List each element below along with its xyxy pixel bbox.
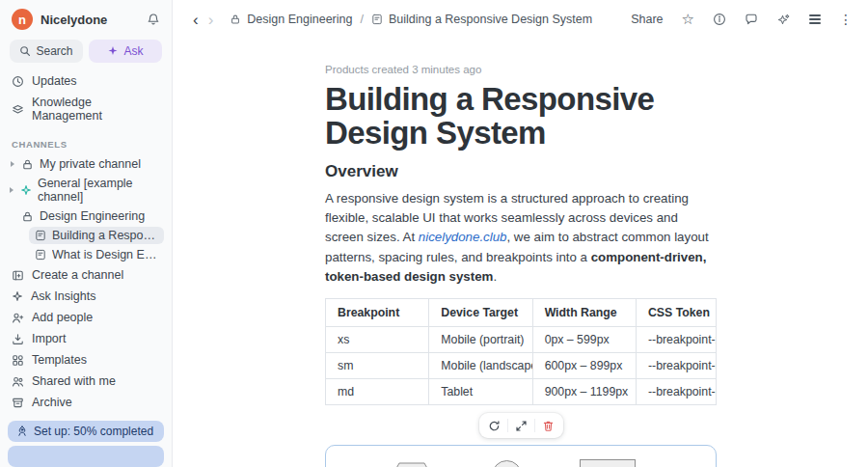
ask-button[interactable]: Ask xyxy=(89,40,162,63)
create-channel-label: Create a channel xyxy=(32,268,123,282)
sidebar-channel-my-private[interactable]: My private channel xyxy=(0,154,172,174)
ai-sparkles-icon[interactable] xyxy=(776,13,791,27)
document-icon xyxy=(35,249,46,261)
sidebar-item-shared-with-me[interactable]: Shared with me xyxy=(0,371,172,392)
more-options-icon[interactable]: ⋮ xyxy=(839,12,853,27)
sparkle-icon xyxy=(12,290,23,302)
sidebar-item-import[interactable]: Import xyxy=(0,328,172,349)
table-cell: --breakpoint-xs xyxy=(636,327,716,353)
topbar-actions: Share ☆ xyxy=(631,11,853,28)
sidebar-item-label: Updates xyxy=(32,74,77,88)
sidebar-item-templates[interactable]: Templates xyxy=(0,349,172,371)
logo-letter: n xyxy=(18,13,26,27)
table-cell: 0px – 599px xyxy=(532,327,636,353)
sidebar-item-label: Ask Insights xyxy=(31,289,95,303)
people-icon xyxy=(12,375,24,388)
sidebar-item-label: Templates xyxy=(32,353,87,367)
table-cell: xs xyxy=(326,327,429,353)
document-body: Products created 3 minutes ago Building … xyxy=(325,39,717,467)
info-icon[interactable] xyxy=(713,13,726,26)
breadcrumb-separator: / xyxy=(358,13,365,26)
comment-icon[interactable] xyxy=(745,13,758,26)
diagram-toolbar xyxy=(479,413,563,438)
delete-icon[interactable] xyxy=(535,415,561,436)
channels-section-header: CHANNELS xyxy=(0,126,172,154)
share-button[interactable]: Share xyxy=(631,13,663,26)
table-cell: Mobile (portrait) xyxy=(429,327,532,353)
plus-square-icon xyxy=(12,269,24,282)
clipped-promo-banner[interactable] xyxy=(8,446,164,467)
search-label: Search xyxy=(36,44,72,58)
main-panel: ‹ › Design Engineering / Building a Resp… xyxy=(173,0,868,467)
forward-button[interactable]: › xyxy=(203,12,219,28)
nicelydone-club-link[interactable]: nicelydone.club xyxy=(419,230,507,244)
document-icon xyxy=(371,14,383,25)
table-cell: --breakpoint-sm xyxy=(636,353,716,379)
setup-progress-banner[interactable]: Set up: 50% completed xyxy=(8,421,164,442)
lock-icon xyxy=(230,14,241,25)
breadcrumb-channel[interactable]: Design Engineering xyxy=(247,13,352,26)
page-title: Building a Responsive Design System xyxy=(325,82,717,151)
table-header-row: Breakpoint Device Target Width Range CSS… xyxy=(326,299,717,327)
back-button[interactable]: ‹ xyxy=(188,12,203,28)
chevron-right-icon[interactable] xyxy=(8,185,16,195)
table-cell: sm xyxy=(326,353,429,379)
breakpoints-table: Breakpoint Device Target Width Range CSS… xyxy=(325,298,717,405)
sidebar-item-archive[interactable]: Archive xyxy=(0,392,172,413)
refresh-icon[interactable] xyxy=(481,415,507,436)
sidebar-item-updates[interactable]: Updates xyxy=(0,70,172,92)
expand-icon[interactable] xyxy=(508,415,534,436)
search-button[interactable]: Search xyxy=(10,40,83,63)
favorite-star-icon[interactable]: ☆ xyxy=(682,11,694,28)
section-heading: Overview xyxy=(325,162,717,181)
flowchart-hexagon-node[interactable]: your xyxy=(392,462,432,467)
breadcrumb: Design Engineering / Building a Responsi… xyxy=(230,13,592,26)
sparkle-icon xyxy=(107,45,119,57)
table-cell: Tablet xyxy=(429,379,532,405)
flowchart-circle-node[interactable]: chart xyxy=(492,460,522,467)
create-channel-button[interactable]: Create a channel xyxy=(0,264,172,286)
chevron-down-icon[interactable] xyxy=(8,211,17,221)
sidebar-channel-design-engineering[interactable]: Design Engineering xyxy=(0,206,172,226)
bell-icon[interactable] xyxy=(147,13,160,26)
channel-label: General [example channel] xyxy=(38,177,166,204)
table-cell: 600px – 899px xyxy=(532,353,636,379)
sidebar-page-what-is-design-engineering[interactable]: What is Design Engineerin… xyxy=(29,246,164,263)
sidebar-channel-general[interactable]: General [example channel] xyxy=(0,174,172,206)
sidebar-item-ask-insights[interactable]: Ask Insights xyxy=(0,286,172,307)
document-meta: Products created 3 minutes ago xyxy=(325,64,717,75)
column-header: Breakpoint xyxy=(326,299,429,327)
breadcrumb-page[interactable]: Building a Responsive Design System xyxy=(389,13,592,26)
topbar: ‹ › Design Engineering / Building a Resp… xyxy=(173,0,868,39)
sidebar-item-label: Knowledge Management xyxy=(32,96,160,123)
sidebar-item-knowledge-management[interactable]: Knowledge Management xyxy=(0,92,172,126)
lock-icon xyxy=(21,210,34,223)
channel-label: My private channel xyxy=(40,157,141,171)
lock-icon xyxy=(21,158,34,171)
search-icon xyxy=(19,45,31,57)
outline-icon[interactable] xyxy=(809,14,821,23)
flowchart-block[interactable]: your flow chart here xyxy=(325,445,717,467)
table-row: sm Mobile (landscape) 600px – 899px --br… xyxy=(326,353,717,379)
grid-icon xyxy=(12,354,24,367)
table-cell: md xyxy=(326,379,429,405)
sidebar-item-label: Import xyxy=(32,332,66,345)
sidebar-item-label: Shared with me xyxy=(32,374,116,388)
table-cell: Mobile (landscape) xyxy=(429,353,532,379)
flowchart-rect-node[interactable]: here xyxy=(580,459,636,467)
sparkle-pin-icon xyxy=(20,184,32,196)
app-window: n Nicelydone Search xyxy=(0,0,868,467)
sidebar-page-building-responsive[interactable]: Building a Responsive De… xyxy=(29,227,164,244)
document-icon xyxy=(35,230,46,241)
table-row: xs Mobile (portrait) 0px – 599px --break… xyxy=(326,327,717,353)
sidebar-item-label: Add people xyxy=(32,311,93,324)
column-header: CSS Token xyxy=(636,299,716,327)
chevron-right-icon[interactable] xyxy=(8,159,17,169)
channel-label: Design Engineering xyxy=(40,209,145,223)
page-label: Building a Responsive De… xyxy=(52,229,158,242)
workspace-logo: n xyxy=(12,9,33,30)
download-icon xyxy=(12,333,24,345)
page-label: What is Design Engineerin… xyxy=(52,248,158,261)
sidebar-item-add-people[interactable]: Add people xyxy=(0,307,172,328)
setup-banner-label: Set up: 50% completed xyxy=(34,425,153,438)
